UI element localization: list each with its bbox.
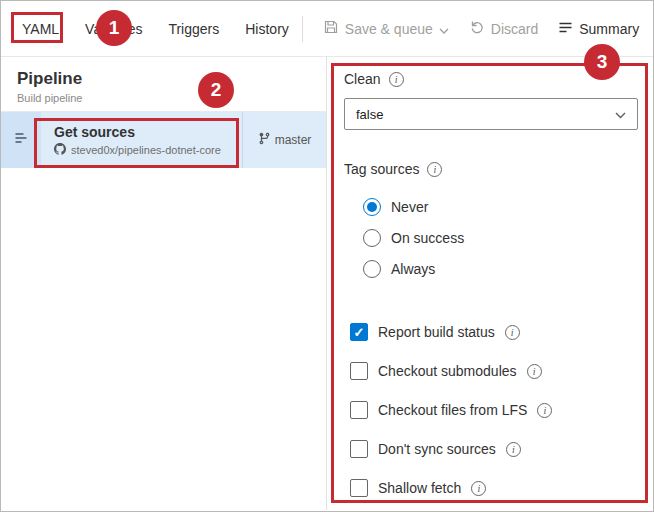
checkbox[interactable] [350,362,368,380]
tab-variables-label: Variables [85,21,142,37]
radio-never-label: Never [391,199,428,215]
tag-sources-radio-group: Never On success Always [363,196,653,279]
undo-icon [469,19,485,38]
editor-body: Pipeline Build pipeline Get sources [1,57,653,510]
clean-dropdown[interactable]: false [344,98,638,130]
row-gutter [1,112,41,168]
tab-yaml[interactable]: YAML [9,1,72,56]
checkbox[interactable] [350,401,368,419]
get-sources-row[interactable]: Get sources steved0x/pipelines-dotnet-co… [1,112,326,168]
radio-button[interactable] [363,229,381,247]
tab-variables[interactable]: Variables [72,1,155,56]
pipeline-sidebar: Pipeline Build pipeline Get sources [1,57,327,510]
source-options-checkbox-group: Report build status i Checkout submodule… [350,321,653,499]
info-icon[interactable]: i [537,403,552,418]
pipeline-subtitle: Build pipeline [17,92,310,104]
info-icon[interactable]: i [427,162,442,177]
tab-triggers-label: Triggers [168,21,219,37]
checkbox-label: Shallow fetch [378,480,461,496]
checkbox[interactable] [350,440,368,458]
chevron-down-icon [615,107,626,122]
repo-name: steved0x/pipelines-dotnet-core [71,144,221,156]
source-row-main: Get sources steved0x/pipelines-dotnet-co… [41,112,242,168]
discard-button[interactable]: Discard [469,19,538,38]
checkbox[interactable] [350,323,368,341]
tab-yaml-label: YAML [22,21,59,37]
checkbox-dont-sync-sources[interactable]: Don't sync sources i [350,438,653,460]
checkbox-checkout-files-from-lfs[interactable]: Checkout files from LFS i [350,399,653,421]
radio-on-success-label: On success [391,230,464,246]
radio-never[interactable]: Never [363,196,653,217]
checkbox-label: Don't sync sources [378,441,496,457]
get-sources-settings-panel: Clean i false Tag sources i Never [327,57,653,510]
pipeline-title: Pipeline [17,69,310,89]
tag-sources-field-label: Tag sources i [344,160,653,178]
info-icon[interactable]: i [505,325,520,340]
info-icon[interactable]: i [506,442,521,457]
checkbox[interactable] [350,479,368,497]
checkbox-report-build-status[interactable]: Report build status i [350,321,653,343]
pipeline-editor-window: YAML Variables Triggers History Save & q… [0,0,654,512]
get-sources-title: Get sources [54,124,242,140]
toolbar: Save & queue Discard [302,16,643,42]
clean-field-label: Clean i [344,70,653,88]
radio-button[interactable] [363,260,381,278]
tab-history[interactable]: History [232,1,302,56]
discard-label: Discard [491,21,538,37]
chevron-down-icon[interactable] [439,21,449,37]
summary-label: Summary [579,21,639,37]
radio-button[interactable] [363,198,381,216]
checkbox-checkout-submodules[interactable]: Checkout submodules i [350,360,653,382]
summary-button[interactable]: Summary [558,20,639,38]
summary-list-icon [558,20,573,38]
git-branch-icon [258,132,271,148]
branch-name: master [275,133,312,147]
clean-label: Clean [344,71,381,87]
radio-on-success[interactable]: On success [363,227,653,248]
info-icon[interactable]: i [389,72,404,87]
checkbox-label: Checkout files from LFS [378,402,527,418]
tab-triggers[interactable]: Triggers [155,1,232,56]
radio-always[interactable]: Always [363,258,653,279]
pipeline-header: Pipeline Build pipeline [1,57,326,112]
top-bar: YAML Variables Triggers History Save & q… [1,1,653,57]
checkbox-shallow-fetch[interactable]: Shallow fetch i [350,477,653,499]
save-icon [323,19,339,38]
info-icon[interactable]: i [527,364,542,379]
radio-always-label: Always [391,261,435,277]
toolbar-divider [302,16,303,42]
checkbox-label: Checkout submodules [378,363,517,379]
branch-badge: master [242,112,326,168]
save-and-queue-button[interactable]: Save & queue [323,19,449,38]
info-icon[interactable]: i [471,481,486,496]
tab-bar: YAML Variables Triggers History [9,1,302,56]
tasks-icon [14,131,28,149]
github-icon [54,143,66,157]
tag-sources-label: Tag sources [344,161,419,177]
checkbox-label: Report build status [378,324,495,340]
tab-history-label: History [245,21,289,37]
save-and-queue-label: Save & queue [345,21,433,37]
clean-dropdown-value: false [356,107,383,122]
repo-line: steved0x/pipelines-dotnet-core [54,143,242,157]
